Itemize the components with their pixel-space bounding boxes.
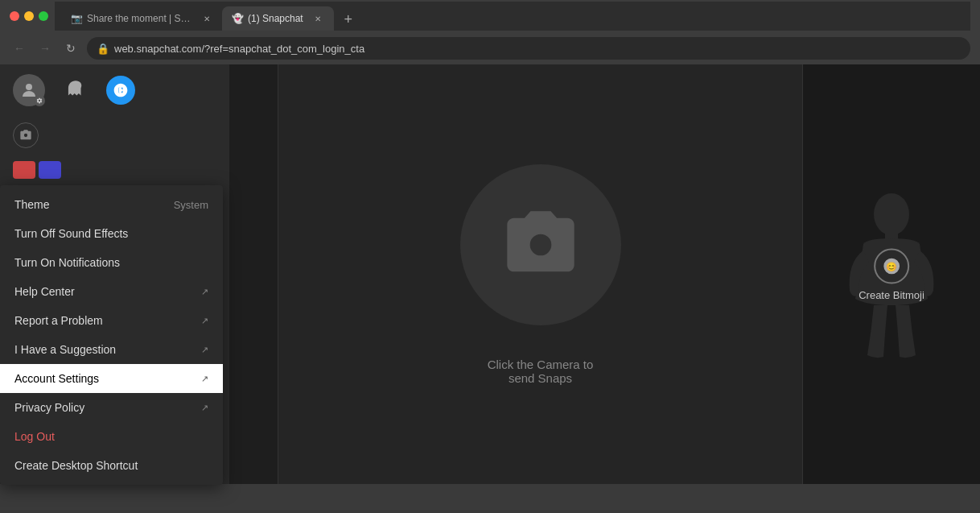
tab2-close-button[interactable]: ✕ — [311, 12, 324, 25]
content-left-panel — [229, 64, 278, 484]
account-external-icon: ↗ — [201, 374, 208, 384]
bitmoji-icon-circle: 😊 — [874, 248, 909, 283]
menu-item-help-label: Help Center — [14, 285, 75, 298]
menu-item-sound[interactable]: Turn Off Sound Effects — [0, 219, 223, 248]
camera-text-line2: send Snaps — [488, 371, 594, 385]
tab1-favicon: 📷 — [71, 13, 82, 24]
reload-button[interactable]: ↻ — [61, 39, 80, 58]
menu-item-account[interactable]: Account Settings ↗ — [0, 364, 223, 393]
camera-help-text: Click the Camera to send Snaps — [488, 358, 594, 385]
svg-point-0 — [26, 84, 32, 90]
new-tab-button[interactable]: + — [337, 8, 360, 31]
friends-area — [0, 155, 229, 185]
menu-item-notifications[interactable]: Turn On Notifications — [0, 248, 223, 277]
settings-badge — [34, 95, 45, 106]
tab2-favicon: 👻 — [232, 13, 243, 24]
camera-button[interactable] — [460, 164, 621, 325]
friends-icon-blue — [39, 161, 61, 179]
suggestion-external-icon: ↗ — [201, 345, 208, 355]
menu-item-help[interactable]: Help Center ↗ — [0, 277, 223, 306]
ghost-icon-button[interactable] — [61, 76, 90, 105]
menu-item-suggestion-label: I Have a Suggestion — [14, 343, 116, 356]
menu-item-account-label: Account Settings — [14, 372, 99, 385]
maximize-window-button[interactable] — [39, 11, 48, 21]
address-bar[interactable]: 🔒 web.snapchat.com/?ref=snapchat_dot_com… — [87, 37, 970, 60]
bitmoji-panel: 😊 Create Bitmoji — [803, 64, 980, 484]
menu-item-shortcut-label: Create Desktop Shortcut — [14, 459, 138, 472]
app-container: Theme System Turn Off Sound Effects Turn… — [0, 64, 980, 484]
menu-item-theme[interactable]: Theme System — [0, 190, 223, 219]
sidebar: Theme System Turn Off Sound Effects Turn… — [0, 64, 229, 484]
create-bitmoji-button[interactable]: 😊 Create Bitmoji — [859, 248, 924, 300]
menu-item-shortcut[interactable]: Create Desktop Shortcut — [0, 451, 223, 480]
main-content: Click the Camera to send Snaps — [229, 64, 980, 484]
dropdown-menu: Theme System Turn Off Sound Effects Turn… — [0, 185, 223, 485]
discover-icon-button[interactable] — [106, 76, 135, 105]
menu-item-problem-label: Report a Problem — [14, 314, 103, 327]
sidebar-header — [0, 64, 229, 116]
camera-panel: Click the Camera to send Snaps — [278, 64, 803, 484]
sidebar-camera-icon[interactable] — [13, 122, 39, 148]
menu-item-sound-label: Turn Off Sound Effects — [14, 227, 128, 240]
forward-button[interactable]: → — [35, 39, 55, 58]
menu-item-problem[interactable]: Report a Problem ↗ — [0, 306, 223, 335]
window-controls — [10, 11, 48, 21]
title-bar: 📷 Share the moment | Snapchat ✕ 👻 (1) Sn… — [0, 0, 980, 32]
avatar-button[interactable] — [13, 74, 45, 106]
address-text: web.snapchat.com/?ref=snapchat_dot_com_l… — [114, 43, 364, 55]
friends-icons — [13, 161, 216, 179]
menu-item-logout-label: Log Out — [14, 430, 55, 443]
menu-item-privacy-label: Privacy Policy — [14, 401, 84, 414]
bitmoji-label: Create Bitmoji — [859, 288, 924, 300]
tab2-title: (1) Snapchat — [248, 13, 303, 24]
help-external-icon: ↗ — [201, 287, 208, 297]
menu-item-suggestion[interactable]: I Have a Suggestion ↗ — [0, 335, 223, 364]
sidebar-search-area — [0, 116, 229, 155]
tabs-bar: 📷 Share the moment | Snapchat ✕ 👻 (1) Sn… — [55, 2, 970, 31]
back-button[interactable]: ← — [10, 39, 29, 58]
menu-item-logout[interactable]: Log Out — [0, 422, 223, 451]
tab1-title: Share the moment | Snapchat — [87, 13, 194, 24]
camera-text-line1: Click the Camera to — [488, 358, 594, 371]
friends-icon-red — [13, 161, 35, 179]
close-window-button[interactable] — [10, 11, 19, 21]
menu-item-privacy[interactable]: Privacy Policy ↗ — [0, 393, 223, 422]
minimize-window-button[interactable] — [24, 11, 34, 21]
tab-1[interactable]: 📷 Share the moment | Snapchat ✕ — [61, 6, 222, 31]
browser-chrome: 📷 Share the moment | Snapchat ✕ 👻 (1) Sn… — [0, 0, 980, 64]
svg-point-2 — [874, 193, 909, 235]
menu-item-theme-label: Theme — [14, 198, 50, 211]
tab1-close-button[interactable]: ✕ — [202, 12, 212, 25]
privacy-external-icon: ↗ — [201, 403, 208, 413]
tab-2[interactable]: 👻 (1) Snapchat ✕ — [222, 6, 334, 31]
svg-text:😊: 😊 — [886, 261, 897, 272]
problem-external-icon: ↗ — [201, 316, 208, 326]
menu-item-theme-value: System — [174, 199, 208, 211]
menu-item-notifications-label: Turn On Notifications — [14, 256, 120, 269]
address-bar-row: ← → ↻ 🔒 web.snapchat.com/?ref=snapchat_d… — [0, 32, 980, 64]
